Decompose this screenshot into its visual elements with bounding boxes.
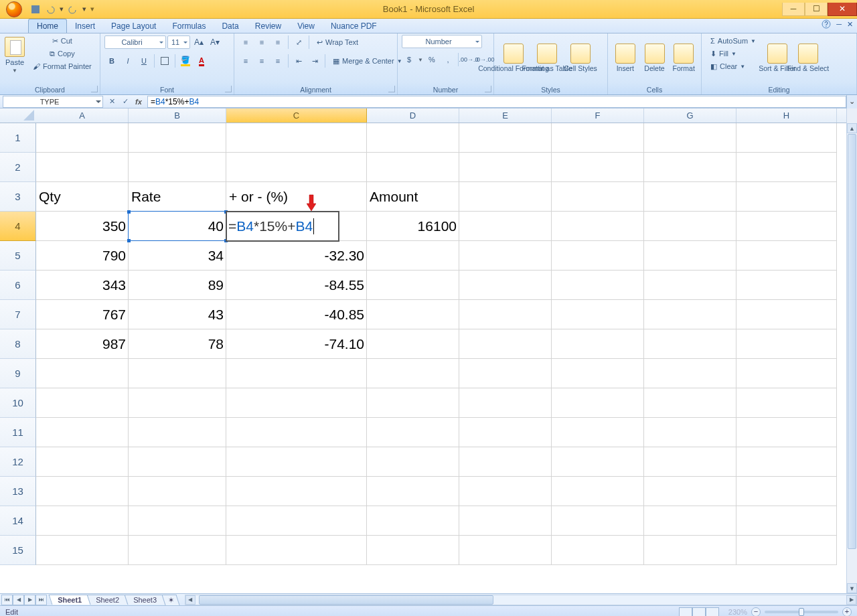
merge-center-button[interactable]: ▦Merge & Center▼ xyxy=(328,54,407,68)
row-header-10[interactable]: 10 xyxy=(0,388,36,418)
row-header-7[interactable]: 7 xyxy=(0,300,36,329)
percent-button[interactable]: % xyxy=(424,52,439,67)
cancel-formula-button[interactable]: ✕ xyxy=(106,97,118,106)
grow-font-button[interactable]: A▴ xyxy=(191,35,206,50)
wrap-text-button[interactable]: ↩Wrap Text xyxy=(312,35,363,50)
align-bottom-button[interactable]: ≡ xyxy=(270,35,285,50)
border-button[interactable] xyxy=(157,54,172,68)
column-header-B[interactable]: B xyxy=(129,108,226,123)
align-center-button[interactable]: ≡ xyxy=(254,54,269,68)
fill-button[interactable]: ⬇Fill▼ xyxy=(706,48,761,60)
underline-button[interactable]: U xyxy=(137,54,151,68)
redo-icon[interactable] xyxy=(67,3,79,15)
align-left-button[interactable]: ≡ xyxy=(238,54,253,68)
cell-formula-editing[interactable]: =B4*15%+B4 xyxy=(226,212,339,241)
normal-view-button[interactable] xyxy=(679,607,692,617)
fill-color-button[interactable]: 🪣 xyxy=(178,54,193,68)
align-top-button[interactable]: ≡ xyxy=(238,35,253,50)
find-select-button[interactable]: Find & Select xyxy=(794,35,822,80)
currency-button[interactable]: $ xyxy=(402,52,416,67)
last-sheet-button[interactable]: ⏭ xyxy=(35,595,47,605)
cell-C8[interactable]: -74.10 xyxy=(226,329,367,359)
next-sheet-button[interactable]: ▶ xyxy=(24,595,35,605)
cell-A3[interactable]: Qty xyxy=(36,182,129,212)
tab-page-layout[interactable]: Page Layout xyxy=(103,19,164,33)
column-header-A[interactable]: A xyxy=(36,108,129,123)
expand-formula-bar-icon[interactable]: ⌄ xyxy=(846,95,857,108)
help-icon[interactable]: ? xyxy=(822,19,831,29)
row-header-1[interactable]: 1 xyxy=(0,123,36,153)
row-header-11[interactable]: 11 xyxy=(0,418,36,447)
fx-icon[interactable]: fx xyxy=(133,98,145,106)
horizontal-scroll-thumb[interactable] xyxy=(199,595,493,605)
formula-bar-input[interactable]: =B4*15%+B4 xyxy=(147,96,846,108)
row-header-15[interactable]: 15 xyxy=(0,536,36,565)
column-header-F[interactable]: F xyxy=(552,108,644,123)
orientation-button[interactable]: ⤢ xyxy=(291,35,306,50)
insert-sheet-button[interactable]: ✶ xyxy=(161,595,179,605)
format-as-table-button[interactable]: Format as Table xyxy=(532,35,562,80)
sheet-tab-sheet3[interactable]: Sheet3 xyxy=(125,595,166,605)
maximize-button[interactable]: ☐ xyxy=(805,3,828,16)
sheet-tab-sheet2[interactable]: Sheet2 xyxy=(87,595,129,605)
scroll-down-button[interactable]: ▼ xyxy=(847,583,857,593)
copy-button[interactable]: ⧉Copy xyxy=(28,48,96,60)
cell-A8[interactable]: 987 xyxy=(36,329,129,359)
align-middle-button[interactable]: ≡ xyxy=(254,35,269,50)
tab-nuance-pdf[interactable]: Nuance PDF xyxy=(323,19,385,33)
clipboard-dialog-launcher[interactable] xyxy=(91,86,98,92)
close-button[interactable]: ✕ xyxy=(828,3,857,16)
cell-B6[interactable]: 89 xyxy=(129,271,226,300)
cell-styles-button[interactable]: Cell Styles xyxy=(565,35,596,80)
column-header-C[interactable]: C xyxy=(226,108,367,123)
tab-data[interactable]: Data xyxy=(214,19,246,33)
cell-C7[interactable]: -40.85 xyxy=(226,300,367,329)
row-header-2[interactable]: 2 xyxy=(0,153,36,182)
page-break-view-button[interactable] xyxy=(706,607,719,617)
redo-dropdown-icon[interactable]: ▾ xyxy=(82,3,87,15)
minimize-button[interactable]: ─ xyxy=(782,3,805,16)
row-header-13[interactable]: 13 xyxy=(0,477,36,506)
font-dialog-launcher[interactable] xyxy=(225,86,232,92)
clear-button[interactable]: ◧Clear▼ xyxy=(706,60,761,72)
cell-D3[interactable]: Amount xyxy=(367,182,459,212)
page-layout-view-button[interactable] xyxy=(692,607,706,617)
conditional-formatting-button[interactable]: Conditional Formatting xyxy=(498,35,529,80)
autosum-button[interactable]: ΣAutoSum▼ xyxy=(706,35,761,47)
cell-D4[interactable]: 16100 xyxy=(367,212,459,241)
zoom-out-button[interactable]: − xyxy=(751,607,761,617)
format-painter-button[interactable]: 🖌Format Painter xyxy=(28,60,96,72)
cell-A5[interactable]: 790 xyxy=(36,241,129,271)
undo-icon[interactable] xyxy=(44,3,56,15)
cell-B3[interactable]: Rate xyxy=(129,182,226,212)
cell-C6[interactable]: -84.55 xyxy=(226,271,367,300)
scroll-up-button[interactable]: ▲ xyxy=(847,123,857,133)
tab-formulas[interactable]: Formulas xyxy=(164,19,214,33)
number-format-combo[interactable]: Number xyxy=(402,35,482,48)
row-header-12[interactable]: 12 xyxy=(0,447,36,477)
undo-dropdown-icon[interactable]: ▾ xyxy=(59,3,64,15)
row-header-3[interactable]: 3 xyxy=(0,182,36,212)
qat-customize-icon[interactable]: ▾ xyxy=(90,3,95,15)
alignment-dialog-launcher[interactable] xyxy=(388,86,395,92)
increase-indent-button[interactable]: ⇥ xyxy=(307,54,322,68)
increase-decimal-button[interactable]: .00→.0 xyxy=(461,52,476,67)
row-header-5[interactable]: 5 xyxy=(0,241,36,271)
cell-A7[interactable]: 767 xyxy=(36,300,129,329)
format-cells-button[interactable]: Format xyxy=(670,35,697,80)
select-all-corner[interactable] xyxy=(0,108,36,123)
zoom-level[interactable]: 230% xyxy=(728,608,747,616)
enter-formula-button[interactable]: ✓ xyxy=(119,97,131,106)
office-button[interactable] xyxy=(1,0,27,19)
ribbon-minimize-button[interactable]: ─ xyxy=(836,20,842,28)
sheet-tab-sheet1[interactable]: Sheet1 xyxy=(49,595,91,605)
tab-home[interactable]: Home xyxy=(28,19,67,33)
font-size-combo[interactable]: 11 xyxy=(167,35,190,49)
close-workbook-button[interactable]: ✕ xyxy=(847,20,853,29)
name-box[interactable]: TYPE xyxy=(3,96,103,108)
paste-button[interactable]: Paste ▼ xyxy=(4,35,25,79)
vertical-scroll-thumb[interactable] xyxy=(848,134,856,549)
cell-C3[interactable]: + or - (%) xyxy=(226,182,367,212)
insert-cells-button[interactable]: Insert xyxy=(612,35,639,80)
zoom-slider[interactable] xyxy=(765,611,838,613)
